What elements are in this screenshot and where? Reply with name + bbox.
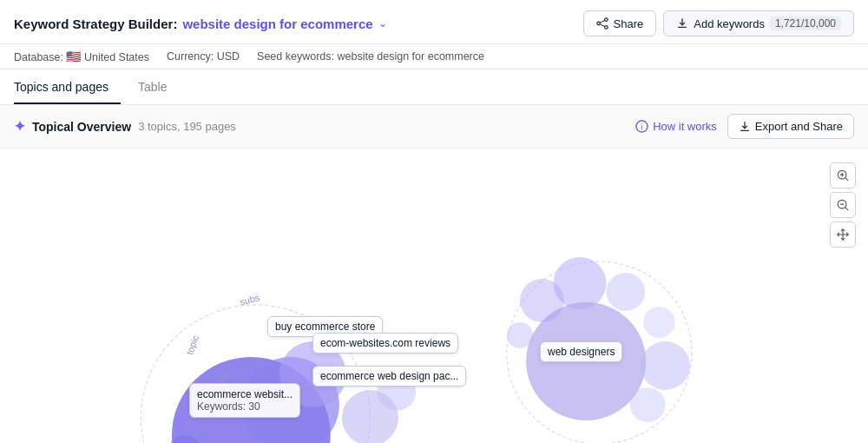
sparkle-icon: ✦ bbox=[14, 118, 25, 135]
title-keyword[interactable]: website design for ecommerce bbox=[182, 17, 372, 31]
seed-keywords-label: Seed keywords: website design for ecomme… bbox=[257, 50, 484, 63]
add-keywords-label: Add keywords bbox=[694, 17, 765, 30]
share-label: Share bbox=[614, 17, 644, 30]
info-icon: i bbox=[635, 120, 648, 133]
title-prefix: Keyword Strategy Builder: bbox=[14, 17, 177, 31]
section-count: 3 topics, 195 pages bbox=[138, 120, 236, 133]
svg-point-26 bbox=[507, 322, 533, 348]
zoom-controls bbox=[830, 162, 856, 248]
section-header: ✦ Topical Overview 3 topics, 195 pages i… bbox=[0, 105, 868, 149]
svg-line-36 bbox=[845, 208, 848, 210]
zoom-in-icon bbox=[837, 169, 849, 182]
zoom-out-button[interactable] bbox=[830, 192, 856, 218]
top-actions: Share Add keywords 1,721/10,000 bbox=[583, 10, 854, 36]
svg-point-21 bbox=[606, 273, 645, 311]
svg-point-1 bbox=[596, 22, 600, 25]
section-title: ✦ Topical Overview 3 topics, 195 pages bbox=[14, 118, 236, 135]
move-icon bbox=[837, 228, 849, 241]
flag-icon: 🇺🇸 bbox=[66, 50, 81, 63]
tab-table[interactable]: Table bbox=[138, 69, 179, 104]
share-icon bbox=[596, 17, 608, 30]
svg-point-23 bbox=[641, 341, 690, 390]
export-icon bbox=[739, 121, 751, 133]
kw-count-badge: 1,721/10,000 bbox=[770, 17, 841, 30]
how-it-works-button[interactable]: i How it works bbox=[635, 120, 717, 133]
chevron-down-icon[interactable]: ⌄ bbox=[378, 17, 387, 30]
svg-point-10 bbox=[279, 341, 346, 407]
svg-point-24 bbox=[630, 387, 666, 422]
move-button[interactable] bbox=[830, 222, 856, 248]
visualization-area: topic pillar subs buy ecommerce store ec… bbox=[0, 149, 868, 443]
top-bar: Keyword Strategy Builder: website design… bbox=[0, 0, 868, 44]
svg-point-0 bbox=[604, 18, 608, 22]
currency-label: Currency: USD bbox=[167, 50, 240, 63]
share-button[interactable]: Share bbox=[583, 10, 657, 36]
add-keywords-button[interactable]: Add keywords 1,721/10,000 bbox=[663, 10, 854, 36]
svg-point-25 bbox=[520, 279, 564, 322]
download-icon bbox=[676, 17, 688, 30]
tab-topics-and-pages[interactable]: Topics and pages bbox=[14, 69, 121, 104]
database-label: Database: 🇺🇸 United States bbox=[14, 50, 149, 63]
topical-overview-label: Topical Overview bbox=[32, 120, 131, 134]
svg-point-22 bbox=[643, 307, 675, 338]
zoom-in-button[interactable] bbox=[830, 162, 856, 188]
svg-text:i: i bbox=[641, 122, 643, 131]
svg-line-3 bbox=[600, 21, 604, 23]
title-area: Keyword Strategy Builder: website design… bbox=[14, 17, 387, 31]
bubble-chart-svg bbox=[0, 149, 868, 443]
svg-point-2 bbox=[604, 26, 608, 30]
tabs: Topics and pages Table bbox=[0, 69, 868, 105]
export-and-share-button[interactable]: Export and Share bbox=[727, 114, 854, 139]
section-actions: i How it works Export and Share bbox=[635, 114, 854, 139]
svg-point-17 bbox=[378, 373, 417, 411]
svg-line-4 bbox=[600, 24, 604, 27]
zoom-out-icon bbox=[837, 199, 849, 211]
svg-line-32 bbox=[845, 178, 848, 181]
meta-bar: Database: 🇺🇸 United States Currency: USD… bbox=[0, 44, 868, 69]
